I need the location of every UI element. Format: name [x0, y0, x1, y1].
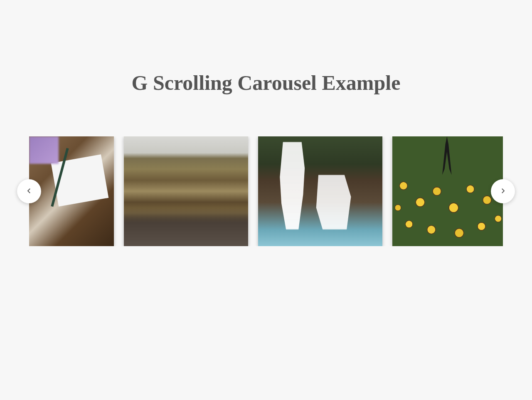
carousel-next-button[interactable] [491, 179, 515, 203]
chevron-right-icon [499, 187, 507, 196]
carousel-item[interactable] [258, 136, 382, 246]
carousel-prev-button[interactable] [17, 179, 41, 203]
page-title: G Scrolling Carousel Example [0, 71, 532, 95]
chevron-left-icon [25, 187, 33, 196]
carousel-item[interactable] [392, 136, 503, 246]
page-container: G Scrolling Carousel Example [0, 0, 532, 246]
carousel-item[interactable] [124, 136, 248, 246]
carousel-item[interactable] [29, 136, 114, 246]
carousel-track[interactable] [29, 136, 503, 246]
carousel [29, 136, 503, 246]
